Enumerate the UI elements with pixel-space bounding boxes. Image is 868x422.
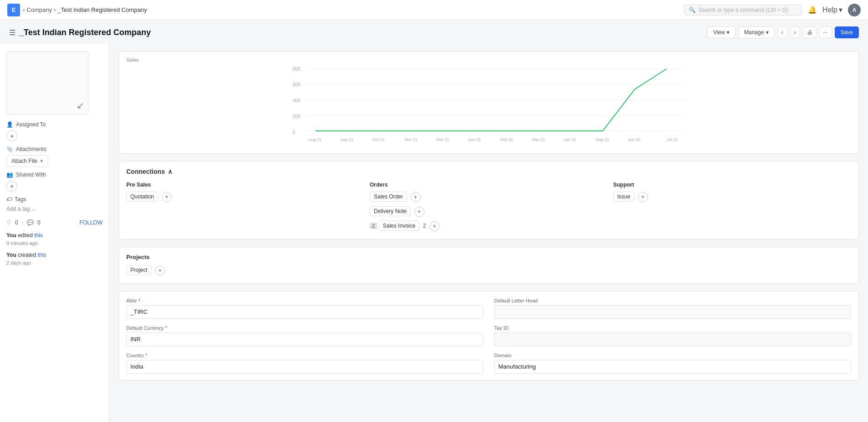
orders-col: Orders Sales Order + Delivery Note + 2 (370, 182, 608, 233)
default-letter-head-label: Default Letter Head (494, 298, 851, 303)
page-title: _Test Indian Registered Company (19, 28, 151, 37)
x-feb22: Feb 22 (500, 137, 513, 142)
search-placeholder: Search or type a command (Ctrl + G) (698, 7, 788, 13)
project-tag[interactable]: Project (126, 265, 151, 275)
quotation-tag[interactable]: Quotation (126, 192, 158, 202)
default-letter-head-value[interactable] (494, 305, 851, 319)
prev-button[interactable]: ‹ (777, 26, 787, 38)
likes-count: 0 (15, 219, 18, 226)
connections-grid: Pre Sales Quotation + Orders Sales Order… (126, 182, 851, 233)
comments-count: 0 (37, 219, 41, 226)
connections-chevron-icon: ∧ (168, 168, 172, 175)
save-button[interactable]: Save (835, 26, 859, 38)
issue-tag[interactable]: Issue (613, 192, 635, 202)
content-inner: ↙ 👤 Assigned To + 📎 Attachments (0, 44, 868, 422)
shared-with-section: 👥 Shared With + (6, 172, 103, 192)
y-label-200: 200 (293, 114, 300, 119)
abbr-label: Abbr * (126, 298, 483, 303)
projects-section: Projects Project + (119, 247, 859, 284)
orders-title: Orders (370, 182, 608, 188)
cursor-icon: ↙ (77, 100, 84, 111)
follow-button[interactable]: FOLLOW (79, 219, 103, 226)
activity-item-1: You edited this 9 minutes ago (6, 231, 103, 247)
activity-link-1[interactable]: this (34, 232, 43, 239)
support-col: Support Issue + (613, 182, 851, 233)
country-label: Country * (126, 353, 483, 358)
add-tag-button[interactable]: Add a tag ... (6, 206, 36, 212)
chart-title: Sales (126, 57, 851, 63)
breadcrumb-sep-2: › (54, 6, 56, 13)
view-button[interactable]: View ▾ (707, 26, 735, 38)
manage-chevron-icon: ▾ (766, 29, 769, 36)
attach-plus-icon: + (40, 158, 43, 164)
default-currency-value[interactable]: INR (126, 333, 483, 346)
x-apr22: Apr 22 (564, 137, 576, 142)
topnav-left: E › Company › _Test Indian Registered Co… (7, 4, 147, 16)
activity-link-2[interactable]: this (38, 252, 46, 258)
default-currency-field: Default Currency * INR (126, 325, 483, 346)
breadcrumb-sep-1: › (23, 6, 25, 13)
add-quotation-button[interactable]: + (162, 192, 172, 202)
manage-button[interactable]: Manage ▾ (738, 26, 774, 38)
add-assigned-button[interactable]: + (6, 130, 17, 141)
avatar[interactable]: A (848, 4, 861, 16)
company-avatar[interactable]: ↙ (6, 51, 88, 115)
app-icon[interactable]: E (7, 4, 20, 16)
add-shared-button[interactable]: + (6, 181, 17, 192)
x-sep21: Sep 21 (341, 137, 354, 142)
x-jan22: Jan 22 (468, 137, 480, 142)
dot-sep: · (22, 219, 23, 226)
abbr-field: Abbr * _TIRC (126, 298, 483, 319)
sales-order-tag[interactable]: Sales Order (370, 192, 407, 202)
orders-row-2: Delivery Note + (370, 206, 608, 218)
activity-log: You edited this 9 minutes ago You create… (6, 231, 103, 266)
notification-bell[interactable]: 🔔 (808, 5, 817, 14)
attachments-label: 📎 Attachments (6, 146, 103, 152)
help-button[interactable]: Help ▾ (822, 5, 842, 14)
tax-id-label: Tax ID (494, 325, 851, 331)
abbr-value[interactable]: _TIRC (126, 305, 483, 319)
add-project-button[interactable]: + (155, 266, 165, 276)
social-row: ♡ 0 · 💬 0 FOLLOW (6, 219, 103, 226)
x-dec21: Dec 21 (436, 137, 450, 142)
domain-value[interactable]: Manufacturing (494, 360, 851, 374)
hamburger-icon[interactable]: ☰ (9, 28, 16, 37)
x-nov21: Nov 21 (404, 137, 418, 142)
content-area: ☰ _Test Indian Registered Company View ▾… (0, 20, 868, 422)
search-icon: 🔍 (689, 7, 696, 13)
default-currency-label: Default Currency * (126, 325, 483, 331)
orders-row-3: 2 Sales Invoice 2 + (370, 221, 608, 233)
projects-title: Projects (126, 254, 851, 260)
sales-invoice-tag[interactable]: Sales Invoice (379, 221, 419, 231)
breadcrumb-company[interactable]: Company (26, 6, 52, 13)
delivery-note-tag[interactable]: Delivery Note (370, 206, 411, 216)
add-sales-invoice-button[interactable]: + (429, 221, 439, 231)
more-button[interactable]: ··· (819, 26, 832, 38)
abbr-required: * (138, 298, 140, 303)
paperclip-icon: 📎 (6, 146, 13, 152)
country-value[interactable]: India (126, 360, 483, 374)
help-chevron-icon: ▾ (839, 5, 842, 14)
right-panel: Sales 800 600 400 200 0 (109, 44, 868, 422)
add-issue-button[interactable]: + (638, 192, 648, 202)
pre-sales-title: Pre Sales (126, 182, 364, 188)
attach-file-button[interactable]: Attach File + (6, 155, 48, 167)
add-sales-order-button[interactable]: + (411, 192, 421, 202)
form-grid: Abbr * _TIRC Default Letter Head Default (126, 298, 851, 374)
tax-id-value[interactable] (494, 333, 851, 346)
print-button[interactable]: 🖨 (803, 26, 816, 38)
activity-time-2: 2 days ago (6, 259, 103, 267)
y-label-400: 400 (293, 98, 300, 103)
main-container: ☰ _Test Indian Registered Company View ▾… (0, 20, 868, 422)
connections-header[interactable]: Connections ∧ (126, 168, 851, 175)
next-button[interactable]: › (790, 26, 800, 38)
pre-sales-col: Pre Sales Quotation + (126, 182, 364, 233)
page-title-area: ☰ _Test Indian Registered Company (9, 28, 151, 37)
add-delivery-note-button[interactable]: + (414, 207, 424, 217)
search-bar[interactable]: 🔍 Search or type a command (Ctrl + G) (684, 5, 802, 16)
shared-with-label: 👥 Shared With (6, 172, 103, 178)
x-mar22: Mar 22 (532, 137, 545, 142)
tax-id-field: Tax ID (494, 325, 851, 346)
y-label-0: 0 (293, 130, 295, 135)
comment-icon: 💬 (27, 219, 34, 226)
